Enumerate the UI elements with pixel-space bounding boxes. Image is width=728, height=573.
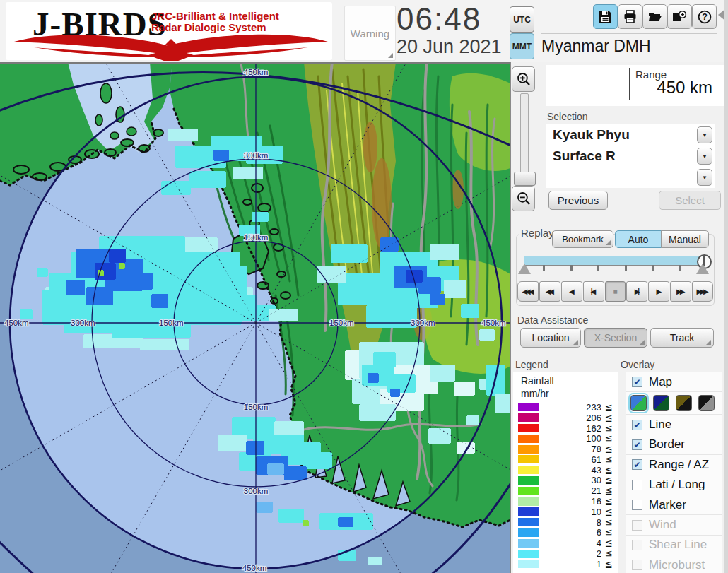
- clock-date: 20 Jun 2021: [397, 36, 502, 58]
- overlay-item-range-az[interactable]: ✔Range / AZ: [626, 455, 722, 475]
- map-style-day[interactable]: [630, 395, 647, 411]
- site-dropdown-button[interactable]: ▼: [697, 126, 712, 143]
- slider-tick: [543, 265, 545, 271]
- frame-forward-button[interactable]: ▶|: [626, 281, 647, 302]
- play-button[interactable]: ▶: [648, 281, 669, 302]
- overlay-item-lati-long[interactable]: Lati / Long: [626, 475, 722, 495]
- product-select[interactable]: Surface R: [546, 146, 715, 167]
- overlay-item-label: Lati / Long: [649, 478, 705, 492]
- legend-row: 162 ≦: [518, 423, 613, 434]
- zoom-in-button[interactable]: [512, 66, 535, 92]
- manual-button[interactable]: Manual: [661, 230, 709, 248]
- snapshot-button[interactable]: [667, 4, 692, 29]
- legend-swatch: [518, 424, 539, 432]
- checkbox[interactable]: ✔: [632, 439, 642, 450]
- legend-swatch: [518, 466, 539, 474]
- radar-map[interactable]: 450km300km150km150km300km450km450km300km…: [0, 62, 511, 573]
- x-section-button[interactable]: X-Section: [584, 328, 647, 348]
- zoom-slider-track[interactable]: [520, 93, 529, 174]
- mmt-button[interactable]: MMT: [510, 33, 534, 59]
- overlay-item-marker[interactable]: Marker: [626, 495, 722, 515]
- replay-end-marker[interactable]: [696, 264, 709, 274]
- overlay-checkbox-list: ✔Map✔Line✔Border✔Range / AZLati / LongMa…: [626, 372, 722, 573]
- legend-unit: mm/hr: [521, 388, 549, 399]
- legend-operator: ≦: [601, 454, 613, 465]
- legend-operator: ≦: [601, 465, 613, 475]
- bookmark-button[interactable]: Bookmark: [552, 230, 613, 248]
- legend-operator: ≦: [601, 496, 613, 507]
- legend-operator: ≦: [601, 423, 613, 434]
- legend-label: Legend: [515, 359, 548, 370]
- legend-row: 2 ≦: [518, 548, 613, 559]
- open-folder-icon: [648, 10, 662, 23]
- legend-row: 8 ≦: [518, 517, 613, 528]
- select-button: Select: [659, 191, 721, 210]
- jump-end-button[interactable]: ▶▶▶: [692, 281, 713, 302]
- auto-button[interactable]: Auto: [615, 230, 662, 248]
- stop-button[interactable]: ■: [605, 281, 626, 302]
- zoom-out-button[interactable]: [512, 186, 535, 211]
- jump-start-button[interactable]: ◀◀◀: [517, 281, 539, 302]
- legend-scale: 233 ≦ 206 ≦ 162 ≦ 100 ≦ 78 ≦ 61 ≦ 43 ≦ 3…: [518, 402, 613, 569]
- legend-value: 61: [539, 454, 601, 465]
- map-style-olive[interactable]: [676, 395, 692, 411]
- checkbox[interactable]: [632, 500, 642, 510]
- step-back-button[interactable]: ◀: [561, 281, 582, 302]
- warning-button[interactable]: Warning: [344, 6, 396, 61]
- previous-button[interactable]: Previous: [548, 191, 608, 210]
- legend-operator: ≦: [601, 485, 613, 496]
- map-style-row: [626, 392, 722, 415]
- eagle-logo-icon: [11, 33, 331, 61]
- overlay-item-line[interactable]: ✔Line: [626, 415, 722, 435]
- frame-back-button[interactable]: |◀: [583, 281, 604, 302]
- overlay-item-label: Border: [649, 437, 685, 451]
- slider-tick: [625, 265, 627, 271]
- range-label: 450km: [244, 68, 269, 76]
- open-button[interactable]: [642, 4, 667, 29]
- legend-value: 30: [539, 475, 601, 485]
- playback-controls: ◀◀◀◀◀◀|◀■▶|▶▶▶▶▶▶: [517, 281, 713, 302]
- track-button[interactable]: Track: [650, 328, 714, 348]
- overlay-item-wind: Wind: [626, 515, 722, 535]
- selection-label: Selection: [547, 111, 588, 122]
- save-button[interactable]: [593, 4, 618, 29]
- print-button[interactable]: [618, 4, 642, 29]
- legend-operator: ≦: [601, 444, 613, 454]
- map-style-night[interactable]: [653, 395, 669, 411]
- checkbox[interactable]: [632, 480, 642, 490]
- range-value: 450 km: [622, 78, 712, 98]
- forward-button[interactable]: ▶▶: [670, 281, 691, 302]
- range-label: 300km: [411, 319, 435, 327]
- site-select[interactable]: Kyauk Phyu: [546, 124, 715, 146]
- rewind-button[interactable]: ◀◀: [539, 281, 560, 302]
- legend-row: 61 ≦: [518, 454, 613, 465]
- checkbox[interactable]: ✔: [632, 459, 642, 470]
- legend-swatch: [518, 445, 539, 454]
- overlay-item-border[interactable]: ✔Border: [626, 435, 722, 455]
- utc-button[interactable]: UTC: [510, 6, 534, 33]
- overlay-item-map[interactable]: ✔Map: [626, 372, 722, 392]
- radar-map-canvas: 450km300km150km150km300km450km450km300km…: [0, 62, 510, 573]
- overlay-item-label: Line: [649, 418, 671, 432]
- legend-operator: ≦: [601, 559, 613, 569]
- slider-tick: [570, 265, 573, 271]
- zoom-slider-thumb[interactable]: [514, 172, 536, 186]
- replay-slider-fill: [524, 256, 699, 265]
- checkbox[interactable]: ✔: [632, 377, 642, 387]
- map-style-gray[interactable]: [698, 395, 715, 411]
- legend-operator: ≦: [601, 413, 613, 423]
- legend-swatch: [518, 435, 539, 443]
- help-button[interactable]: ?: [692, 4, 717, 29]
- logo-tagline: Radar Dialogic System: [151, 21, 266, 33]
- product-dropdown-button[interactable]: ▼: [697, 148, 712, 165]
- location-button[interactable]: Location: [520, 328, 581, 348]
- legend-swatch: [518, 413, 539, 422]
- checkbox[interactable]: ✔: [632, 420, 642, 430]
- data-assistance-label: Data Assistance: [517, 314, 588, 326]
- legend-value: 78: [539, 444, 601, 454]
- legend-value: 100: [539, 433, 601, 444]
- checkbox: [632, 540, 642, 550]
- extra-select[interactable]: [546, 167, 715, 188]
- replay-start-marker[interactable]: [518, 264, 531, 274]
- extra-dropdown-button[interactable]: ▼: [697, 169, 712, 186]
